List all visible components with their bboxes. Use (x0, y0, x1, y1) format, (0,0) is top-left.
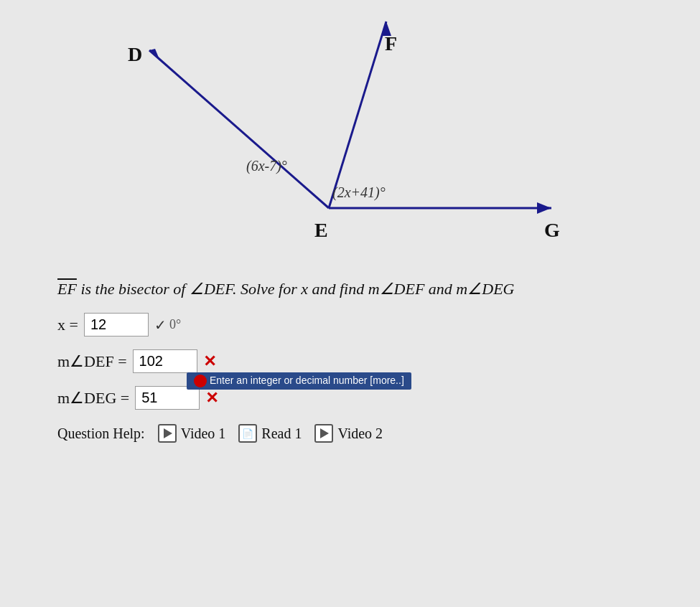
geometry-diagram: D F E G (6x-7)° (2x+41)° (106, 14, 594, 273)
mdef-row: m∠DEF = ✕ Enter an integer or decimal nu… (57, 349, 643, 373)
mdef-x-icon: ✕ (203, 352, 216, 371)
mdef-input[interactable] (133, 349, 197, 373)
error-tooltip: Enter an integer or decimal number [more… (187, 372, 411, 390)
label-G: G (544, 219, 560, 241)
label-D: D (128, 43, 142, 65)
read1-label: Read 1 (261, 425, 302, 442)
svg-line-1 (329, 22, 386, 208)
video1-label: Video 1 (181, 425, 226, 442)
x-row: x = ✓ 0° (57, 313, 643, 337)
question-help-bar: Question Help: Video 1 📄 Read 1 Video 2 (57, 424, 643, 443)
svg-marker-5 (149, 49, 160, 61)
label-F: F (385, 32, 397, 55)
label-E: E (314, 219, 328, 241)
x-check-icon: ✓ (154, 316, 167, 334)
mdeg-x-icon: ✕ (205, 389, 218, 408)
play-triangle-1 (164, 428, 172, 438)
video2-play-icon (314, 424, 333, 443)
line-ef: EF (57, 280, 77, 298)
mdeg-label: m∠DEG = (57, 389, 129, 408)
error-dot (194, 375, 207, 387)
video2-label: Video 2 (337, 425, 383, 442)
video1-button[interactable]: Video 1 (158, 424, 226, 443)
page: D F E G (6x-7)° (2x+41)° EF is the bisec… (0, 0, 700, 607)
x-label: x = (57, 316, 78, 334)
video2-button[interactable]: Video 2 (314, 424, 383, 443)
play-triangle-2 (320, 428, 329, 438)
x-degree-icon: 0° (169, 317, 181, 332)
svg-line-0 (149, 50, 329, 208)
mdef-label: m∠DEF = (57, 352, 127, 371)
problem-statement: EF is the bisector of ∠DEF. Solve for x … (57, 280, 643, 298)
angle-deg-label: (2x+41)° (332, 184, 386, 201)
svg-marker-4 (537, 202, 551, 214)
read1-button[interactable]: 📄 Read 1 (238, 424, 302, 443)
x-input[interactable] (84, 313, 149, 337)
diagram-container: D F E G (6x-7)° (2x+41)° (106, 14, 594, 273)
question-help-label: Question Help: (57, 425, 145, 442)
read1-icon: 📄 (238, 424, 257, 443)
video1-play-icon (158, 424, 177, 443)
answer-section: x = ✓ 0° m∠DEF = ✕ Enter an integer or d… (57, 313, 643, 410)
angle-def-label: (6x-7)° (246, 158, 287, 174)
